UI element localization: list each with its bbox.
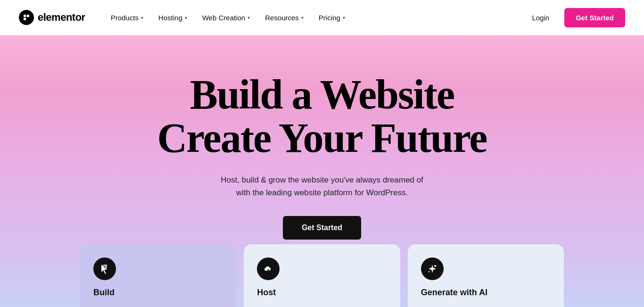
nav-label-hosting: Hosting	[158, 14, 182, 22]
chevron-down-icon: ▾	[141, 15, 143, 20]
chevron-down-icon: ▾	[248, 15, 250, 20]
hero-subtitle: Host, build & grow the website you've al…	[221, 174, 423, 199]
nav-label-products: Products	[111, 14, 139, 22]
card-build-label: Build	[93, 288, 223, 298]
ai-icon	[421, 257, 444, 280]
logo-wordmark: elementor	[38, 11, 85, 24]
svg-rect-1	[27, 15, 29, 17]
logo-icon	[19, 10, 34, 25]
nav-item-hosting[interactable]: Hosting ▾	[152, 10, 194, 25]
get-started-button-nav[interactable]: Get Started	[564, 8, 625, 27]
nav-item-resources[interactable]: Resources ▾	[258, 10, 310, 25]
feature-cards-row: Build Host Gene	[0, 244, 644, 307]
svg-rect-0	[24, 15, 26, 17]
hero-title-line2: Create Your Future	[157, 115, 487, 161]
card-host[interactable]: Host	[244, 244, 400, 307]
nav-label-web-creation: Web Creation	[202, 14, 245, 22]
nav-item-pricing[interactable]: Pricing ▾	[312, 10, 352, 25]
hero-subtitle-line2: with the leading website platform for Wo…	[236, 188, 408, 197]
hero-title: Build a Website Create Your Future	[157, 73, 487, 160]
nav-label-resources: Resources	[265, 14, 299, 22]
build-icon	[93, 257, 116, 280]
card-ai-label: Generate with AI	[421, 288, 551, 298]
hero-subtitle-line1: Host, build & grow the website you've al…	[221, 175, 423, 184]
host-icon	[257, 257, 280, 280]
chevron-down-icon: ▾	[185, 15, 187, 20]
nav-item-products[interactable]: Products ▾	[104, 10, 150, 25]
logo[interactable]: elementor	[19, 10, 85, 25]
chevron-down-icon: ▾	[301, 15, 304, 20]
card-ai[interactable]: Generate with AI	[408, 244, 564, 307]
nav-actions: Login Get Started	[524, 8, 625, 27]
hero-title-line1: Build a Website	[190, 72, 454, 117]
svg-point-6	[428, 271, 429, 273]
svg-point-5	[434, 265, 436, 267]
card-build[interactable]: Build	[80, 244, 236, 307]
hero-cta-button[interactable]: Get Started	[283, 216, 361, 240]
hero-section: Build a Website Create Your Future Host,…	[0, 35, 644, 307]
nav-item-web-creation[interactable]: Web Creation ▾	[196, 10, 256, 25]
login-button[interactable]: Login	[524, 10, 557, 25]
nav-label-pricing: Pricing	[319, 14, 340, 22]
nav-menu: Products ▾ Hosting ▾ Web Creation ▾ Reso…	[104, 10, 525, 25]
navbar: elementor Products ▾ Hosting ▾ Web Creat…	[0, 0, 644, 35]
chevron-down-icon: ▾	[343, 15, 345, 20]
card-host-label: Host	[257, 288, 387, 298]
svg-rect-2	[24, 18, 26, 20]
